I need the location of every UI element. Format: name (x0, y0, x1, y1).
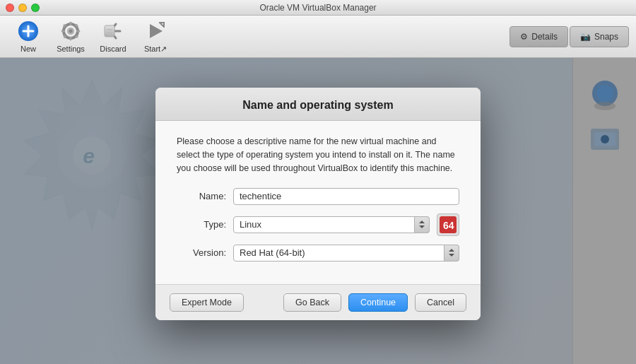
type-select-wrapper: Linux Windows macOS Other (233, 216, 430, 233)
dialog-header: Name and operating system (155, 88, 481, 121)
name-input[interactable] (233, 188, 459, 205)
toolbar-item-discard[interactable]: Discard (92, 17, 134, 57)
camera-icon: 📷 (580, 32, 591, 42)
dialog-body: Please choose a descriptive name for the… (155, 121, 481, 283)
start-icon (144, 20, 167, 42)
type-row: Type: Linux Windows macOS Other (177, 213, 459, 236)
settings-label: Settings (57, 45, 85, 53)
svg-text:64: 64 (443, 220, 454, 231)
svg-rect-8 (61, 30, 65, 33)
main-area: e TechEntice.com Name and operating syst… (0, 58, 636, 364)
window-controls[interactable] (6, 4, 40, 12)
new-label: New (20, 45, 36, 53)
svg-rect-17 (105, 25, 114, 37)
version-row: Version: Red Hat (64-bit) Ubuntu (64-bit… (177, 245, 459, 262)
new-icon (17, 20, 40, 42)
dialog-footer: Expert Mode Go Back Continue Cancel (155, 284, 481, 320)
expert-mode-button[interactable]: Expert Mode (170, 293, 244, 312)
version-select-wrapper: Red Hat (64-bit) Ubuntu (64-bit) Fedora … (233, 245, 459, 262)
app-title: Oracle VM VirtualBox Manager (259, 3, 376, 13)
svg-rect-7 (70, 37, 72, 40)
type-label: Type: (177, 219, 226, 230)
tab-snapshots[interactable]: 📷 Snaps (570, 26, 629, 47)
discard-label: Discard (100, 45, 126, 53)
dialog-description: Please choose a descriptive name for the… (177, 135, 459, 175)
dialog-overlay: Name and operating system Please choose … (0, 58, 636, 364)
type-os-icon: 64 (437, 213, 459, 236)
type-select[interactable]: Linux Windows macOS Other (233, 216, 430, 233)
continue-button[interactable]: Continue (348, 293, 408, 312)
go-back-button[interactable]: Go Back (283, 293, 341, 312)
minimize-button[interactable] (18, 4, 27, 12)
tab-details[interactable]: ⚙ Details (510, 26, 568, 47)
name-row: Name: (177, 188, 459, 205)
toolbar-actions: New (7, 17, 177, 57)
title-bar: Oracle VM VirtualBox Manager (0, 0, 636, 16)
settings-icon (59, 20, 82, 42)
version-label: Version: (177, 247, 226, 258)
version-select[interactable]: Red Hat (64-bit) Ubuntu (64-bit) Fedora … (233, 245, 459, 262)
start-label: Start↗ (144, 45, 167, 54)
dialog-title: Name and operating system (170, 99, 466, 112)
close-button[interactable] (6, 4, 14, 12)
details-tab-label: Details (531, 32, 558, 42)
toolbar-item-new[interactable]: New (7, 17, 49, 57)
toolbar: New (0, 16, 636, 58)
toolbar-tabs: ⚙ Details 📷 Snaps (510, 26, 629, 47)
maximize-button[interactable] (31, 4, 40, 12)
svg-rect-9 (76, 30, 80, 33)
toolbar-item-settings[interactable]: Settings (49, 17, 92, 57)
gear-icon: ⚙ (520, 32, 528, 42)
name-label: Name: (177, 191, 226, 201)
snapshots-tab-label: Snaps (594, 32, 618, 42)
dialog: Name and operating system Please choose … (155, 88, 481, 319)
cancel-button[interactable]: Cancel (415, 293, 466, 312)
svg-point-15 (69, 30, 73, 33)
discard-icon (102, 20, 124, 42)
toolbar-item-start[interactable]: Start↗ (134, 17, 177, 57)
svg-rect-6 (70, 22, 72, 25)
